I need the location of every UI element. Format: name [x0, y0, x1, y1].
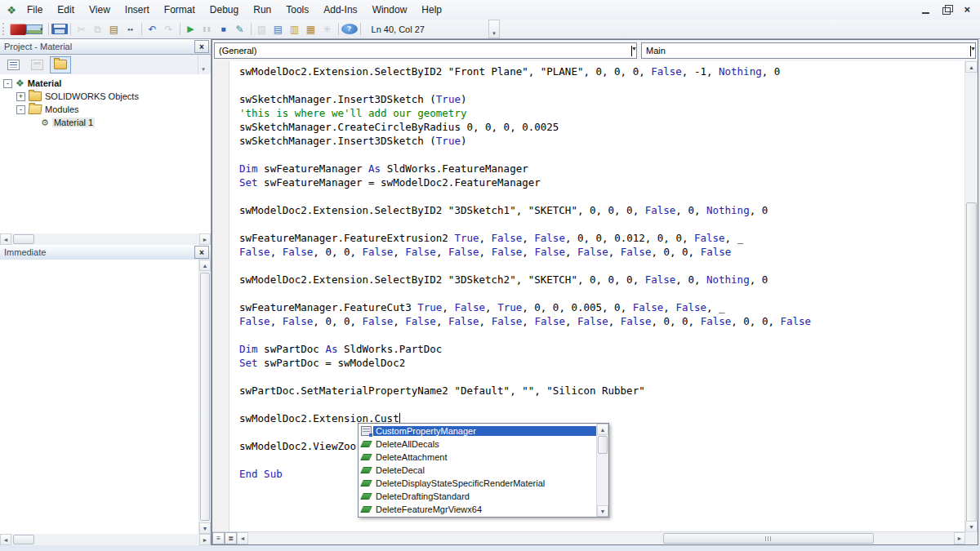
chevron-down-icon[interactable]: ▼ — [631, 46, 632, 56]
menu-insert[interactable]: Insert — [118, 1, 157, 20]
panel-toolbar-overflow-button[interactable]: ▾ — [198, 55, 208, 74]
find-icon[interactable]: ●● — [122, 22, 139, 37]
expand-icon[interactable]: + — [16, 92, 25, 101]
scroll-right-icon[interactable]: ► — [954, 532, 965, 544]
save-icon[interactable] — [51, 24, 68, 34]
autocomplete-item-deletedecal[interactable]: DeleteDecal — [359, 464, 596, 477]
tree-item-solidworks-objects[interactable]: +SOLIDWORKS Objects — [0, 90, 211, 103]
view-code-icon — [7, 60, 20, 70]
view-object-button[interactable] — [26, 56, 47, 73]
menu-tools[interactable]: Tools — [278, 1, 316, 20]
toolbox-icon[interactable]: ▦ — [303, 22, 319, 37]
menu-debug[interactable]: Debug — [203, 1, 246, 20]
break-icon[interactable]: ▮▮ — [199, 22, 216, 37]
menu-help[interactable]: Help — [414, 1, 449, 20]
close-button[interactable]: × — [964, 5, 970, 15]
scroll-up-icon[interactable]: ▲ — [199, 260, 211, 271]
scroll-up-icon[interactable]: ▲ — [965, 61, 978, 73]
toolbar-separator — [141, 23, 142, 35]
menu-view[interactable]: View — [82, 1, 118, 20]
redo-icon[interactable]: ↷ — [161, 22, 177, 37]
scroll-left-icon[interactable]: ◄ — [0, 233, 11, 245]
autocomplete-item-deleteattachment[interactable]: DeleteAttachment — [359, 451, 596, 464]
copy-icon[interactable]: ⧉ — [90, 22, 106, 37]
solidworks-app-icon[interactable] — [10, 24, 26, 35]
scroll-down-icon[interactable]: ▼ — [965, 521, 978, 532]
scrollbar-thumb[interactable] — [966, 202, 977, 522]
breakpoint-margin[interactable] — [212, 61, 229, 532]
autocomplete-item-deletealldecals[interactable]: DeleteAllDecals — [359, 438, 596, 451]
autocomplete-scrollbar[interactable]: ▲ ▼ — [596, 424, 608, 517]
scrollbar-thumb[interactable] — [13, 535, 34, 544]
project-tree-hscrollbar[interactable]: ◄ ► — [0, 233, 211, 245]
tree-item-label: Material — [28, 78, 62, 88]
autocomplete-item-custompropertymanager[interactable]: CustomPropertyManager — [359, 424, 596, 438]
project-panel-close-button[interactable]: × — [194, 40, 209, 53]
minimize-button[interactable] — [922, 12, 929, 14]
tree-item-material[interactable]: -❖Material — [0, 77, 211, 90]
immediate-hscrollbar[interactable]: ◄ ► — [0, 534, 211, 545]
autocomplete-item-deletedraftingstandard[interactable]: DeleteDraftingStandard — [359, 490, 596, 503]
scrollbar-track[interactable] — [11, 233, 199, 245]
scrollbar-thumb[interactable] — [663, 533, 874, 544]
full-module-view-button[interactable]: ≣ — [225, 532, 237, 544]
toolbar-grip[interactable] — [2, 23, 7, 35]
properties-window-icon[interactable]: ▤ — [270, 22, 287, 37]
reset-icon[interactable]: ■ — [216, 22, 232, 37]
view-code-button[interactable] — [2, 56, 24, 73]
restore-button[interactable] — [942, 7, 951, 15]
autocomplete-item-label: DeleteAttachment — [373, 452, 449, 462]
autocomplete-item-deletefeaturemgrviewx64[interactable]: DeleteFeatureMgrViewx64 — [359, 503, 596, 516]
menu-edit[interactable]: Edit — [50, 1, 82, 20]
code-line: 'this is where we'll add our geometry — [239, 106, 965, 120]
collapse-icon[interactable]: - — [3, 79, 12, 88]
menu-file[interactable]: File — [20, 1, 50, 20]
scrollbar-track[interactable] — [11, 534, 199, 545]
scrollbar-thumb[interactable] — [598, 436, 608, 454]
code-vscrollbar[interactable]: ▲ ▼ — [964, 61, 978, 532]
tree-item-modules[interactable]: -Modules — [0, 103, 211, 116]
scroll-down-icon[interactable]: ▼ — [199, 522, 211, 534]
undo-icon[interactable]: ↶ — [145, 22, 161, 37]
add-in-manager-icon[interactable]: ✳ — [319, 22, 336, 37]
scroll-up-icon[interactable]: ▲ — [597, 424, 608, 435]
toggle-folders-button[interactable] — [50, 56, 71, 73]
chevron-down-icon[interactable]: ▾ — [40, 26, 43, 33]
scroll-right-icon[interactable]: ► — [199, 534, 211, 545]
menu-run[interactable]: Run — [246, 1, 278, 20]
project-explorer-icon[interactable]: ▧ — [254, 22, 270, 37]
autocomplete-item-deletedisplaystatespecificrendermaterial[interactable]: DeleteDisplayStateSpecificRenderMaterial — [359, 477, 596, 490]
collapse-icon[interactable]: - — [16, 105, 25, 114]
scrollbar-thumb[interactable] — [200, 273, 210, 521]
scroll-left-icon[interactable]: ◄ — [0, 534, 11, 545]
tree-item-material-1[interactable]: ⚙Material 1 — [0, 116, 211, 129]
scroll-left-icon[interactable]: ◄ — [237, 532, 248, 544]
project-tree[interactable]: -❖Material+SOLIDWORKS Objects-Modules⚙Ma… — [0, 74, 211, 233]
paste-icon[interactable]: ▤ — [106, 22, 122, 37]
autocomplete-item-label: DeleteDraftingStandard — [373, 491, 472, 501]
scroll-down-icon[interactable]: ▼ — [597, 505, 608, 517]
menu-format[interactable]: Format — [157, 1, 203, 20]
project-panel-titlebar: Project - Material × — [0, 39, 211, 55]
immediate-panel-close-button[interactable]: × — [194, 246, 209, 259]
code-line — [239, 189, 965, 203]
object-browser-icon[interactable]: ▥ — [287, 22, 303, 37]
menu-window[interactable]: Window — [365, 1, 415, 20]
procedure-dropdown[interactable]: Main ▼ — [641, 42, 976, 59]
menu-add-ins[interactable]: Add-Ins — [316, 1, 364, 20]
toolbar-overflow-button[interactable]: ▾ — [488, 20, 500, 38]
immediate-input-area[interactable] — [0, 260, 211, 534]
help-icon[interactable] — [341, 24, 358, 34]
immediate-vscrollbar[interactable]: ▲ ▼ — [198, 260, 211, 534]
scrollbar-track[interactable] — [248, 532, 954, 544]
object-dropdown[interactable]: (General) ▼ — [214, 42, 637, 59]
scrollbar-thumb[interactable] — [13, 234, 34, 244]
cut-icon[interactable]: ✂ — [74, 22, 90, 37]
scroll-right-icon[interactable]: ► — [199, 233, 211, 245]
toolbar-separator — [48, 23, 49, 35]
design-mode-icon[interactable]: ✎ — [232, 22, 248, 37]
run-icon[interactable]: ▶ — [183, 22, 199, 37]
chevron-down-icon[interactable]: ▼ — [970, 46, 971, 56]
project-panel-title: Project - Material — [4, 42, 72, 51]
procedure-view-button[interactable]: ≡ — [212, 532, 225, 544]
